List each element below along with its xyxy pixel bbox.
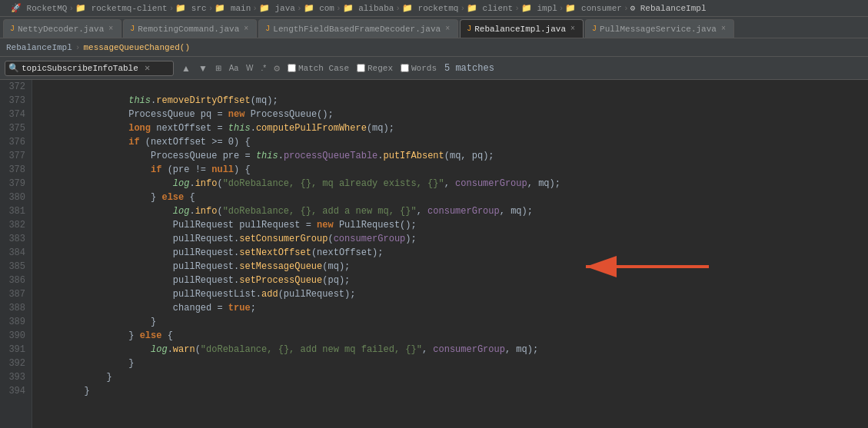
code-line-381: PullRequest pullRequest = new PullReques… <box>40 204 868 218</box>
breadcrumb-client: 📁 rocketmq-client <box>75 3 168 13</box>
line-num-378: 378 <box>0 163 32 177</box>
code-line-388: } <box>40 301 868 315</box>
line-num-386: 386 <box>0 274 32 287</box>
search-icon: 🔍 <box>8 63 19 73</box>
breadcrumb-consumer: 📁 consumer <box>565 3 621 13</box>
code-line-379: } else { <box>40 177 868 191</box>
search-input-wrap[interactable]: 🔍 ✕ <box>5 61 174 76</box>
regex-label: Regex <box>367 64 393 73</box>
match-case-option[interactable]: Match Case <box>288 64 349 73</box>
breadcrumb-java: 📁 java <box>259 3 295 13</box>
line-num-382: 382 <box>0 218 32 232</box>
tab-rebalanceimpl-label: RebalanceImpl.java <box>474 25 566 34</box>
line-num-377: 377 <box>0 149 32 163</box>
code-line-372: this.removeDirtyOffset(mq); <box>40 80 868 94</box>
line-num-379: 379 <box>0 177 32 191</box>
title-bar: 🚀 RocketMQ › 📁 rocketmq-client › 📁 src ›… <box>0 0 868 17</box>
line-num-391: 391 <box>0 343 32 357</box>
line-num-392: 392 <box>0 357 32 370</box>
code-content[interactable]: this.removeDirtyOffset(mq); ProcessQueue… <box>32 80 868 398</box>
match-case-checkbox[interactable] <box>288 64 296 72</box>
line-num-372: 372 <box>0 80 32 94</box>
breadcrumb-impl: 📁 impl <box>521 3 557 13</box>
code-line-393: } <box>40 370 868 384</box>
tab-close-lengthfield[interactable]: × <box>444 25 451 33</box>
breadcrumb-rebalanceimpl: ⚙ RebalanceImpl <box>630 3 706 13</box>
tab-lengthfield[interactable]: J LengthFieldBasedFrameDecoder.java × <box>258 19 458 38</box>
tab-close-nettydecoder[interactable]: × <box>107 25 115 33</box>
words-option[interactable]: Words <box>401 64 437 73</box>
tab-bar: J NettyDecoder.java × J RemotingCommand.… <box>0 17 868 38</box>
line-num-373: 373 <box>0 94 32 108</box>
line-num-376: 376 <box>0 135 32 149</box>
search-prev-button[interactable]: ▲ <box>178 61 194 75</box>
line-num-394: 394 <box>0 384 32 398</box>
search-case-toggle[interactable]: Aa <box>226 61 241 75</box>
breadcrumb-client2: 📁 client <box>467 3 513 13</box>
line-num-374: 374 <box>0 108 32 121</box>
line-num-385: 385 <box>0 260 32 274</box>
line-num-383: 383 <box>0 232 32 246</box>
code-line-384: pullRequest.setMessageQueue(mq); <box>40 246 868 260</box>
tab-pullmessage-label: PullMessageService.java <box>600 25 717 34</box>
tab-lengthfield-label: LengthFieldBasedFrameDecoder.java <box>273 25 441 34</box>
code-line-380: log.info("doRebalance, {}, add a new mq,… <box>40 191 868 204</box>
search-navigation: ▲ ▼ ⊞ Aa W .* <box>178 61 269 75</box>
gear-icon[interactable]: ⚙ <box>274 62 280 75</box>
breadcrumb-alibaba: 📁 alibaba <box>343 3 394 13</box>
matches-count: 5 matches <box>444 63 494 74</box>
java-icon: J <box>10 25 15 33</box>
code-line-394 <box>40 384 868 398</box>
code-line-378: log.info("doRebalance, {}, mq already ex… <box>40 163 868 177</box>
nav-method[interactable]: messageQueueChanged() <box>83 43 190 52</box>
code-line-385: pullRequest.setProcessQueue(pq); <box>40 260 868 274</box>
search-next-button[interactable]: ▼ <box>195 61 211 75</box>
java-icon2: J <box>130 25 135 33</box>
line-numbers: 372 373 374 375 376 377 378 379 380 381 … <box>0 80 32 428</box>
tab-close-pullmessage[interactable]: × <box>720 25 727 33</box>
breadcrumb-com: 📁 com <box>304 3 334 13</box>
code-wrapper: this.removeDirtyOffset(mq); ProcessQueue… <box>32 80 868 428</box>
breadcrumb-rocketmq2: 📁 rocketmq <box>402 3 458 13</box>
code-line-389: } else { <box>40 315 868 329</box>
words-checkbox[interactable] <box>401 64 409 72</box>
code-line-382: pullRequest.setConsumerGroup(consumerGro… <box>40 218 868 232</box>
search-bar: 🔍 ✕ ▲ ▼ ⊞ Aa W .* ⚙ Match Case Regex Wor… <box>0 57 868 80</box>
search-word-toggle[interactable]: W <box>243 61 256 75</box>
breadcrumb-main: 📁 main <box>215 3 251 13</box>
search-filter-button[interactable]: ⊞ <box>212 61 224 75</box>
tab-close-rebalanceimpl[interactable]: × <box>569 25 577 33</box>
nav-breadcrumb: RebalanceImpl › messageQueueChanged() <box>0 38 868 57</box>
tab-nettydecoder[interactable]: J NettyDecoder.java × <box>3 19 121 38</box>
code-line-374: long nextOffset = this.computePullFromWh… <box>40 108 868 121</box>
regex-checkbox[interactable] <box>357 64 365 72</box>
search-options: Match Case Regex Words <box>288 64 437 73</box>
tab-remotingcommand[interactable]: J RemotingCommand.java × <box>123 19 257 38</box>
words-label: Words <box>411 64 437 73</box>
code-line-387: changed = true; <box>40 287 868 301</box>
tab-pullmessage[interactable]: J PullMessageService.java × <box>585 19 734 38</box>
java-icon4: J <box>467 25 471 33</box>
search-clear-button[interactable]: ✕ <box>145 62 150 74</box>
code-line-377: if (pre != null) { <box>40 149 868 163</box>
line-num-393: 393 <box>0 370 32 384</box>
tab-nettydecoder-label: NettyDecoder.java <box>18 25 104 34</box>
line-num-387: 387 <box>0 287 32 301</box>
code-line-383: pullRequest.setNextOffset(nextOffset); <box>40 232 868 246</box>
code-line-392: } <box>40 357 868 370</box>
tab-close-remotingcommand[interactable]: × <box>242 25 250 33</box>
line-num-380: 380 <box>0 191 32 204</box>
search-input[interactable] <box>22 64 145 73</box>
line-num-390: 390 <box>0 329 32 343</box>
code-line-390: log.warn("doRebalance, {}, add new mq fa… <box>40 329 868 343</box>
breadcrumb-src: 📁 src <box>175 3 206 13</box>
tab-rebalanceimpl[interactable]: J RebalanceImpl.java × <box>460 19 584 38</box>
search-regex-toggle[interactable]: .* <box>258 61 269 75</box>
nav-class[interactable]: RebalanceImpl <box>6 43 72 52</box>
line-num-388: 388 <box>0 301 32 315</box>
regex-option[interactable]: Regex <box>357 64 393 73</box>
code-area: 372 373 374 375 376 377 378 379 380 381 … <box>0 80 868 428</box>
breadcrumb: 🚀 RocketMQ › 📁 rocketmq-client › 📁 src ›… <box>11 3 707 13</box>
match-case-label: Match Case <box>298 64 349 73</box>
line-num-389: 389 <box>0 315 32 329</box>
